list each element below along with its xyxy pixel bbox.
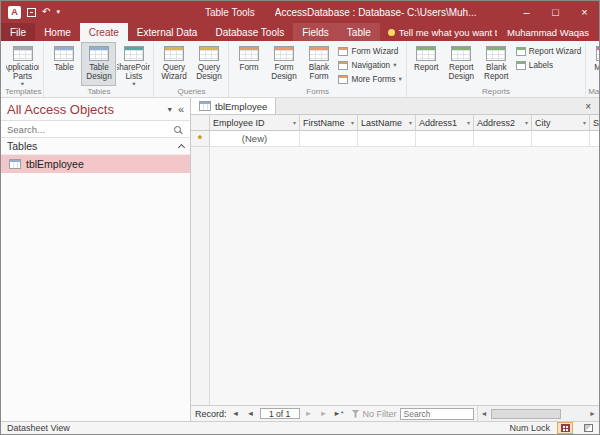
nav-menu-caret-icon[interactable]: ▾ <box>168 105 172 114</box>
scroll-right-icon[interactable]: ► <box>586 410 599 417</box>
table-icon <box>199 101 211 111</box>
column-header-label: Address2 <box>477 118 515 128</box>
column-header-firstname[interactable]: FirstName ▾ <box>300 115 358 131</box>
ribbon: Application Parts ▾ Templates Table Tabl… <box>1 41 599 98</box>
more-forms-button[interactable]: More Forms ▾ <box>336 73 403 86</box>
macro-icon <box>596 46 599 61</box>
new-record-button[interactable]: ►* <box>333 409 345 418</box>
table-cell[interactable] <box>474 131 532 147</box>
access-app-icon[interactable]: A <box>8 6 21 19</box>
tab-database-tools[interactable]: Database Tools <box>206 23 293 41</box>
previous-record-button[interactable]: ◄ <box>245 409 257 418</box>
form-icon <box>239 46 259 61</box>
report-button[interactable]: Report <box>409 42 444 86</box>
select-all-cell[interactable] <box>191 115 210 131</box>
blank-form-button[interactable]: Blank Form <box>301 42 336 86</box>
form-wizard-button[interactable]: Form Wizard <box>336 45 403 58</box>
query-design-icon <box>199 46 219 61</box>
report-wizard-button[interactable]: Report Wizard <box>514 45 583 58</box>
next-record-button[interactable]: ► <box>303 409 315 418</box>
document-area: tblEmployee × Employee ID ▾ FirstName ▾ <box>191 98 599 421</box>
save-icon[interactable] <box>27 8 36 17</box>
first-record-button[interactable]: ◄ <box>230 409 242 418</box>
labels-icon <box>516 61 526 70</box>
last-record-button[interactable]: ► <box>318 409 330 418</box>
maximize-button[interactable]: □ <box>541 1 570 23</box>
column-dropdown-icon[interactable]: ▾ <box>293 119 296 126</box>
column-dropdown-icon[interactable]: ▾ <box>583 119 586 126</box>
record-search-input[interactable] <box>400 408 474 420</box>
qat-customize-caret-icon[interactable]: ▾ <box>56 8 60 16</box>
blank-form-icon <box>309 46 329 61</box>
document-tab-tblemployee[interactable]: tblEmployee <box>191 98 276 114</box>
new-record-id-cell[interactable]: (New) <box>210 131 300 147</box>
nav-item-tblemployee[interactable]: tblEmployee <box>1 155 190 173</box>
table-button[interactable]: Table <box>46 42 81 86</box>
no-filter-indicator[interactable]: No Filter <box>363 409 397 419</box>
column-dropdown-icon[interactable]: ▾ <box>525 119 528 126</box>
column-header-employee-id[interactable]: Employee ID ▾ <box>210 115 300 131</box>
button-label: Query Design <box>192 63 225 81</box>
tell-me-label: Tell me what you want to do... <box>399 27 497 38</box>
column-header-state[interactable]: St ▾ <box>590 115 599 131</box>
tab-fields[interactable]: Fields <box>293 23 338 41</box>
column-header-label: LastName <box>361 118 402 128</box>
nav-section-tables[interactable]: Tables <box>1 138 190 155</box>
table-design-button[interactable]: Table Design <box>81 42 116 86</box>
nav-search-input[interactable] <box>7 124 174 135</box>
labels-button[interactable]: Labels <box>514 59 583 72</box>
contextual-tabs: Fields Table <box>293 23 380 41</box>
account-name[interactable]: Muhammad Waqas <box>497 23 599 41</box>
horizontal-scrollbar[interactable]: ◄ ► <box>477 406 599 421</box>
close-button[interactable]: × <box>570 1 599 23</box>
scroll-left-icon[interactable]: ◄ <box>478 410 491 417</box>
column-header-lastname[interactable]: LastName ▾ <box>358 115 416 131</box>
report-design-button[interactable]: Report Design <box>444 42 479 86</box>
column-header-address2[interactable]: Address2 ▾ <box>474 115 532 131</box>
column-dropdown-icon[interactable]: ▾ <box>351 119 354 126</box>
button-label: Form <box>239 63 258 72</box>
table-cell[interactable] <box>532 131 590 147</box>
table-cell[interactable] <box>590 131 599 147</box>
shutter-close-icon[interactable]: « <box>178 104 184 115</box>
tab-home[interactable]: Home <box>35 23 80 41</box>
table-cell[interactable] <box>358 131 416 147</box>
sharepoint-lists-button[interactable]: SharePoint Lists ▾ <box>116 42 151 86</box>
new-record-row: * (New) <box>191 131 599 147</box>
new-record-selector[interactable]: * <box>191 131 210 147</box>
query-design-button[interactable]: Query Design <box>191 42 226 86</box>
undo-icon[interactable]: ↶ <box>42 7 50 17</box>
column-header-address1[interactable]: Address1 ▾ <box>416 115 474 131</box>
nav-section-label: Tables <box>7 140 37 152</box>
application-parts-button[interactable]: Application Parts ▾ <box>5 42 40 86</box>
tell-me-box[interactable]: Tell me what you want to do... <box>380 23 497 41</box>
form-button[interactable]: Form <box>231 42 266 86</box>
table-cell[interactable] <box>300 131 358 147</box>
empty-area <box>210 147 599 405</box>
tab-create[interactable]: Create <box>80 23 128 41</box>
button-label: More Forms <box>351 75 395 84</box>
table-icon <box>54 46 74 61</box>
table-cell[interactable] <box>416 131 474 147</box>
column-dropdown-icon[interactable]: ▾ <box>467 119 470 126</box>
column-header-label: Employee ID <box>213 118 265 128</box>
tab-external-data[interactable]: External Data <box>128 23 207 41</box>
record-navigation-bar: Record: ◄ ◄ 1 of 1 ► ► ►* No Filter ◄ ► <box>191 405 599 421</box>
column-dropdown-icon[interactable]: ▾ <box>409 119 412 126</box>
form-design-button[interactable]: Form Design <box>266 42 301 86</box>
tab-table[interactable]: Table <box>338 23 380 41</box>
record-position-box[interactable]: 1 of 1 <box>260 408 300 419</box>
minimize-button[interactable]: – <box>512 1 541 23</box>
scrollbar-thumb[interactable] <box>491 409 561 419</box>
column-header-city[interactable]: City ▾ <box>532 115 590 131</box>
document-close-icon[interactable]: × <box>577 101 599 112</box>
tab-file[interactable]: File <box>1 23 35 41</box>
report-icon <box>416 46 436 61</box>
macro-button[interactable]: Macro <box>588 42 599 86</box>
button-label: Table <box>54 63 74 72</box>
query-wizard-button[interactable]: Query Wizard <box>156 42 191 86</box>
navigation-button[interactable]: Navigation ▾ <box>336 59 403 72</box>
blank-report-button[interactable]: Blank Report <box>479 42 514 86</box>
design-view-button[interactable] <box>580 422 596 434</box>
datasheet-view-button[interactable] <box>557 422 573 434</box>
